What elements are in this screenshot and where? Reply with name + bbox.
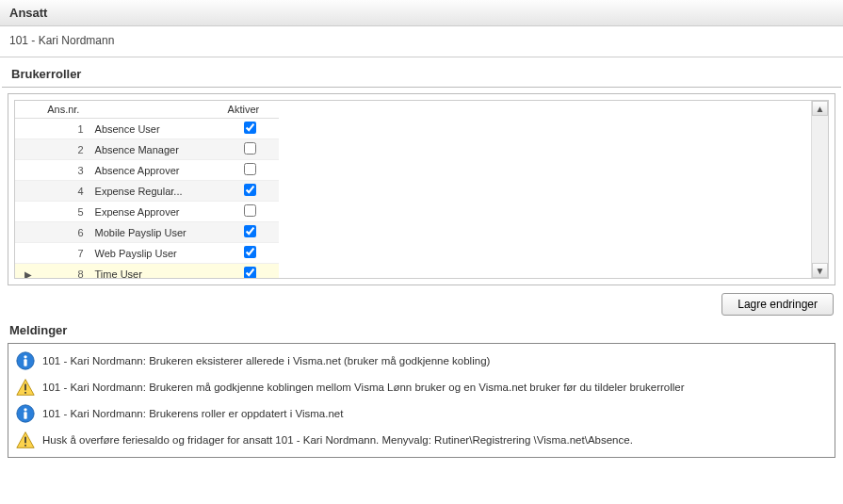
- table-row[interactable]: 7Web Payslip User: [15, 243, 279, 264]
- roles-title-text: Brukerroller: [11, 67, 81, 81]
- row-role-name: Web Payslip User: [89, 243, 222, 264]
- messages-title-text: Meldinger: [9, 323, 67, 337]
- row-role-name: Absence Manager: [89, 139, 222, 160]
- row-role-name: Absence Approver: [89, 160, 222, 181]
- row-pointer: [15, 243, 41, 264]
- roles-panel: Ans.nr. Aktiver 1Absence User2Absence Ma…: [8, 93, 835, 285]
- chevron-up-icon: ▲: [816, 104, 825, 114]
- activate-checkbox[interactable]: [244, 184, 256, 196]
- table-row[interactable]: 2Absence Manager: [15, 139, 279, 160]
- col-ansnr-header: Ans.nr.: [41, 101, 89, 119]
- row-role-name: Mobile Payslip User: [89, 222, 222, 243]
- page-title-bar: Ansatt: [0, 0, 843, 26]
- row-pointer: [15, 119, 41, 139]
- svg-rect-10: [24, 437, 26, 444]
- row-role-name: Time User: [89, 264, 222, 279]
- col-aktiver-header: Aktiver: [222, 101, 279, 119]
- roles-table-wrap: Ans.nr. Aktiver 1Absence User2Absence Ma…: [15, 101, 811, 278]
- chevron-down-icon: ▼: [816, 266, 825, 276]
- save-button[interactable]: Lagre endringer: [721, 293, 834, 316]
- employee-label: 101 - Kari Nordmann: [9, 34, 114, 47]
- row-pointer: ▶: [15, 264, 41, 279]
- row-number: 1: [41, 119, 89, 139]
- svg-rect-5: [24, 392, 26, 394]
- row-role-name: Expense Regular...: [89, 181, 222, 202]
- roles-scrollbar[interactable]: ▲ ▼: [811, 101, 828, 278]
- row-active-cell: [222, 264, 279, 279]
- message-text: 101 - Kari Nordmann: Brukeren må godkjen…: [42, 382, 685, 393]
- row-pointer: [15, 160, 41, 181]
- message-row: 101 - Kari Nordmann: Brukeren eksisterer…: [14, 348, 829, 374]
- row-number: 5: [41, 202, 89, 222]
- button-row: Lagre endringer: [0, 285, 843, 319]
- info-icon: [16, 351, 35, 370]
- roles-scroll-area: Ans.nr. Aktiver 1Absence User2Absence Ma…: [14, 100, 829, 279]
- table-row[interactable]: 5Expense Approver: [15, 202, 279, 222]
- activate-checkbox[interactable]: [244, 246, 256, 258]
- message-row: 101 - Kari Nordmann: Brukeren må godkjen…: [14, 374, 829, 400]
- svg-point-7: [24, 408, 26, 411]
- row-active-cell: [222, 160, 279, 181]
- table-row[interactable]: 4Expense Regular...: [15, 181, 279, 202]
- row-pointer: [15, 139, 41, 160]
- row-pointer: [15, 202, 41, 222]
- svg-rect-4: [24, 384, 26, 391]
- activate-checkbox[interactable]: [244, 204, 256, 217]
- row-role-name: Absence User: [89, 119, 222, 139]
- col-name-header: [89, 101, 222, 119]
- svg-rect-2: [24, 359, 26, 366]
- messages-section-title: Meldinger: [0, 319, 843, 341]
- row-active-cell: [222, 119, 279, 139]
- table-row[interactable]: 1Absence User: [15, 119, 279, 139]
- messages-panel: 101 - Kari Nordmann: Brukeren eksisterer…: [8, 343, 835, 458]
- table-row[interactable]: 3Absence Approver: [15, 160, 279, 181]
- table-row[interactable]: ▶8Time User: [15, 264, 279, 279]
- row-active-cell: [222, 181, 279, 202]
- svg-point-1: [24, 355, 26, 358]
- row-role-name: Expense Approver: [89, 202, 222, 222]
- row-number: 4: [41, 181, 89, 202]
- message-text: 101 - Kari Nordmann: Brukeren eksisterer…: [42, 355, 490, 366]
- message-text: Husk å overføre feriesaldo og fridager f…: [42, 434, 633, 446]
- employee-subtitle: 101 - Kari Nordmann: [0, 26, 843, 57]
- page-title: Ansatt: [9, 6, 47, 20]
- caret-right-icon: ▶: [24, 269, 32, 279]
- scroll-down-button[interactable]: ▼: [812, 263, 828, 278]
- svg-rect-11: [24, 445, 26, 447]
- message-row: Husk å overføre feriesaldo og fridager f…: [14, 427, 829, 453]
- row-pointer: [15, 181, 41, 202]
- table-row[interactable]: 6Mobile Payslip User: [15, 222, 279, 243]
- info-icon: [16, 404, 35, 423]
- message-row: 101 - Kari Nordmann: Brukerens roller er…: [14, 400, 829, 427]
- row-active-cell: [222, 202, 279, 222]
- col-pointer: [15, 101, 41, 119]
- message-text: 101 - Kari Nordmann: Brukerens roller er…: [42, 408, 343, 419]
- warning-icon: [16, 431, 35, 449]
- row-number: 6: [41, 222, 89, 243]
- svg-rect-8: [24, 412, 26, 419]
- activate-checkbox[interactable]: [244, 225, 256, 237]
- row-active-cell: [222, 222, 279, 243]
- row-number: 2: [41, 139, 89, 160]
- row-number: 3: [41, 160, 89, 181]
- warning-icon: [16, 378, 35, 397]
- row-active-cell: [222, 139, 279, 160]
- row-active-cell: [222, 243, 279, 264]
- scroll-up-button[interactable]: ▲: [812, 101, 828, 116]
- roles-section-title: Brukerroller: [2, 57, 841, 88]
- activate-checkbox[interactable]: [244, 267, 256, 278]
- activate-checkbox[interactable]: [244, 142, 256, 154]
- row-number: 7: [41, 243, 89, 264]
- activate-checkbox[interactable]: [244, 163, 256, 175]
- row-pointer: [15, 222, 41, 243]
- row-number: 8: [41, 264, 89, 279]
- roles-table: Ans.nr. Aktiver 1Absence User2Absence Ma…: [15, 101, 279, 278]
- activate-checkbox[interactable]: [244, 122, 256, 134]
